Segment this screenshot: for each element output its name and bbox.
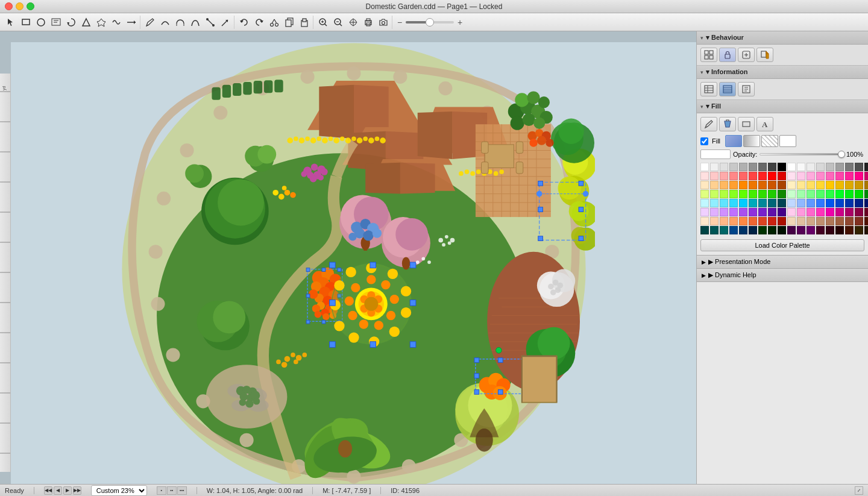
color-swatch[interactable] [797, 181, 805, 189]
color-swatch[interactable] [700, 163, 709, 171]
color-swatch[interactable] [778, 190, 786, 198]
color-swatch[interactable] [845, 163, 854, 171]
color-swatch[interactable] [787, 226, 796, 234]
color-swatch[interactable] [826, 199, 834, 207]
page-size-btn-2[interactable]: ▪▪ [167, 486, 177, 495]
shape-tool-3[interactable] [109, 16, 124, 29]
color-swatch[interactable] [720, 226, 728, 234]
color-swatch[interactable] [710, 172, 719, 180]
color-swatch[interactable] [797, 217, 805, 225]
color-swatch[interactable] [855, 226, 863, 234]
color-swatch[interactable] [835, 199, 844, 207]
color-swatch[interactable] [787, 217, 796, 225]
color-swatch[interactable] [710, 181, 719, 189]
color-swatch[interactable] [729, 226, 738, 234]
status-expand-btn[interactable]: ⤢ [855, 486, 863, 495]
color-swatch[interactable] [749, 226, 757, 234]
color-swatch[interactable] [855, 190, 863, 198]
color-swatch[interactable] [720, 199, 728, 207]
color-swatch[interactable] [768, 208, 776, 216]
color-swatch[interactable] [864, 226, 868, 234]
window-controls[interactable] [5, 2, 34, 10]
color-swatch[interactable] [778, 217, 786, 225]
color-swatch[interactable] [729, 208, 738, 216]
info-list-btn[interactable] [719, 82, 736, 96]
info-properties-btn[interactable] [738, 82, 755, 96]
color-swatch[interactable] [768, 226, 776, 234]
color-swatch[interactable] [845, 172, 854, 180]
color-swatch[interactable] [816, 208, 825, 216]
color-swatch[interactable] [758, 163, 767, 171]
color-swatch[interactable] [768, 217, 776, 225]
color-swatch[interactable] [797, 199, 805, 207]
fill-pattern-btn[interactable] [761, 135, 778, 147]
color-swatch[interactable] [778, 172, 786, 180]
select-tool[interactable] [4, 16, 18, 29]
color-swatch[interactable] [739, 199, 747, 207]
color-swatch[interactable] [700, 226, 709, 234]
color-swatch[interactable] [749, 199, 757, 207]
paste-button[interactable] [297, 16, 312, 29]
pen-tool[interactable] [143, 16, 157, 29]
color-swatch[interactable] [729, 181, 738, 189]
color-swatch[interactable] [768, 190, 776, 198]
color-swatch[interactable] [700, 181, 709, 189]
color-swatch[interactable] [749, 217, 757, 225]
arrow-tool[interactable] [218, 16, 233, 29]
color-swatch[interactable] [835, 226, 844, 234]
color-swatch[interactable] [826, 181, 834, 189]
behaviour-grid-btn[interactable] [700, 48, 717, 62]
color-swatch[interactable] [807, 217, 815, 225]
close-button[interactable] [5, 2, 13, 10]
color-swatch[interactable] [758, 190, 767, 198]
color-swatch[interactable] [864, 181, 868, 189]
page-next-btn[interactable]: ▶ [63, 486, 72, 495]
page-size-btn-3[interactable]: ▪▪▪ [177, 486, 187, 495]
page-size-btn-1[interactable]: ▪ [157, 486, 166, 495]
color-swatch[interactable] [758, 199, 767, 207]
shape-tool-4[interactable] [124, 16, 139, 29]
color-swatch[interactable] [816, 181, 825, 189]
pan-tool[interactable] [346, 16, 360, 29]
color-swatch[interactable] [807, 163, 815, 171]
color-swatch[interactable] [749, 208, 757, 216]
color-swatch[interactable] [700, 217, 709, 225]
shape-tool-1[interactable] [79, 16, 93, 29]
color-swatch[interactable] [729, 199, 738, 207]
color-swatch[interactable] [826, 217, 834, 225]
color-swatch[interactable] [835, 181, 844, 189]
color-swatch[interactable] [749, 172, 757, 180]
color-swatch[interactable] [739, 217, 747, 225]
color-swatch[interactable] [700, 199, 709, 207]
color-swatch[interactable] [768, 172, 776, 180]
zoom-out-icon[interactable]: − [395, 17, 404, 27]
zoom-actual-button[interactable] [331, 16, 345, 29]
color-swatch[interactable] [710, 226, 719, 234]
color-swatch[interactable] [807, 181, 815, 189]
zoom-in-button[interactable] [316, 16, 330, 29]
rotate-tool[interactable] [64, 16, 78, 29]
curve-tool[interactable] [158, 16, 172, 29]
color-swatch[interactable] [729, 190, 738, 198]
color-swatch[interactable] [864, 163, 868, 171]
minimize-button[interactable] [16, 2, 24, 10]
color-swatch[interactable] [758, 181, 767, 189]
color-swatch[interactable] [710, 190, 719, 198]
color-swatch[interactable] [835, 190, 844, 198]
connect-tool[interactable] [203, 16, 218, 29]
color-swatch[interactable] [816, 190, 825, 198]
color-swatch[interactable] [797, 172, 805, 180]
color-swatch[interactable] [787, 181, 796, 189]
color-swatch[interactable] [710, 208, 719, 216]
color-swatch[interactable] [826, 226, 834, 234]
color-swatch[interactable] [826, 208, 834, 216]
color-swatch[interactable] [864, 217, 868, 225]
color-swatch[interactable] [739, 190, 747, 198]
color-swatch[interactable] [855, 208, 863, 216]
zoom-in-icon[interactable]: + [455, 17, 465, 27]
color-swatch[interactable] [729, 217, 738, 225]
color-swatch[interactable] [739, 181, 747, 189]
color-swatch[interactable] [845, 226, 854, 234]
color-swatch[interactable] [720, 181, 728, 189]
rect-tool[interactable] [19, 16, 33, 29]
